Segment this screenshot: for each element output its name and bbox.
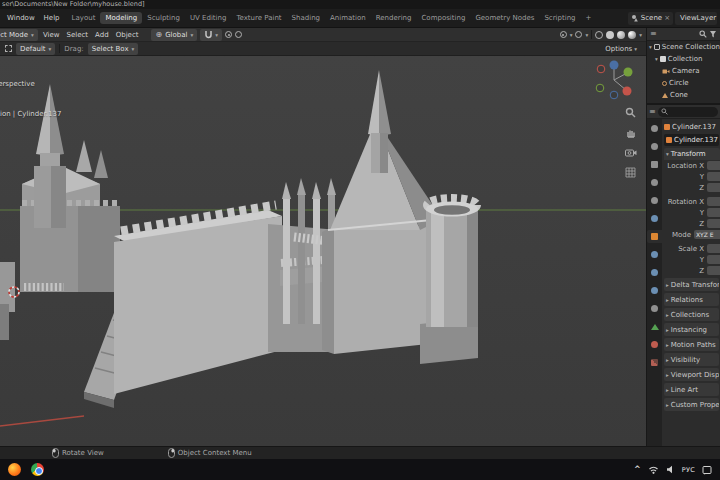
tab-scripting[interactable]: Scripting <box>539 12 580 24</box>
volume-icon[interactable] <box>666 465 675 474</box>
menu-select[interactable]: Select <box>65 31 91 39</box>
properties-search-input[interactable] <box>658 107 718 117</box>
camera-view-icon[interactable] <box>624 146 637 159</box>
chrome-icon[interactable] <box>31 463 44 476</box>
show-overlays-icon[interactable] <box>575 31 582 38</box>
section-visibility[interactable]: Visibility <box>664 353 719 366</box>
transform-orientation-dropdown[interactable]: Global <box>151 29 197 41</box>
chevron-down-icon[interactable] <box>655 55 658 63</box>
object-name-field[interactable]: Cylinder.137 <box>664 134 719 146</box>
tab-modeling[interactable]: Modeling <box>100 12 142 24</box>
shading-material-icon[interactable] <box>617 31 625 39</box>
outliner-row-scene-collection[interactable]: Scene Collection <box>647 41 720 53</box>
tab-view-layer[interactable] <box>647 176 662 189</box>
rotation-mode-dropdown[interactable]: XYZ E <box>694 230 720 239</box>
rotation-y-field[interactable] <box>707 208 720 217</box>
language-indicator[interactable]: РУС <box>682 466 695 474</box>
shading-rendered-icon[interactable] <box>628 31 636 39</box>
section-relations[interactable]: Relations <box>664 293 719 306</box>
tab-layout[interactable]: Layout <box>67 12 101 24</box>
section-viewport-display[interactable]: Viewport Display <box>664 368 719 381</box>
scale-y-field[interactable] <box>707 255 720 264</box>
tab-texture-paint[interactable]: Texture Paint <box>231 12 286 24</box>
tab-physics[interactable] <box>647 284 662 297</box>
show-gizmo-icon[interactable] <box>560 31 567 38</box>
menu-window[interactable]: Window <box>3 14 39 22</box>
outliner-editor-icon[interactable]: ≡ <box>650 30 657 38</box>
tab-sculpting[interactable]: Sculpting <box>142 12 185 24</box>
outliner-row-camera[interactable]: Camera <box>647 65 720 77</box>
filter-icon[interactable] <box>709 30 717 38</box>
toggle-ortho-grid-icon[interactable] <box>624 166 637 179</box>
scale-x-field[interactable] <box>707 244 720 253</box>
outliner-row-circle[interactable]: Circle <box>647 77 720 89</box>
tab-world[interactable] <box>647 212 662 225</box>
tool-preset-dropdown[interactable]: Default <box>16 43 55 55</box>
network-icon[interactable] <box>648 465 659 474</box>
location-z-field[interactable] <box>707 183 720 192</box>
section-delta-transform[interactable]: Delta Transform <box>664 278 719 291</box>
scene-selector[interactable]: Scene <box>628 12 673 25</box>
chevron-down-icon[interactable] <box>649 43 652 51</box>
mode-dropdown[interactable]: Object Mode <box>0 29 38 41</box>
section-motion-paths[interactable]: Motion Paths <box>664 338 719 351</box>
properties-editor-icon[interactable]: ≡ <box>649 108 656 116</box>
menu-object[interactable]: Object <box>114 31 141 39</box>
tab-rendering[interactable]: Rendering <box>371 12 417 24</box>
tab-texture[interactable] <box>647 356 662 369</box>
menu-help[interactable]: Help <box>40 14 64 22</box>
tab-tool[interactable] <box>647 122 662 135</box>
outliner-row-cone[interactable]: Cone <box>647 89 720 101</box>
tab-render[interactable] <box>647 140 662 153</box>
constraints-icon <box>651 305 658 312</box>
action-center-icon[interactable] <box>702 465 712 475</box>
tab-material[interactable] <box>647 338 662 351</box>
menu-view[interactable]: View <box>41 31 62 39</box>
tab-constraints[interactable] <box>647 302 662 315</box>
tab-particles[interactable] <box>647 266 662 279</box>
rotation-z-field[interactable] <box>707 219 720 228</box>
zoom-icon[interactable] <box>624 106 637 119</box>
tab-scene[interactable] <box>647 194 662 207</box>
options-dropdown[interactable]: Options <box>605 45 637 53</box>
tab-compositing[interactable]: Compositing <box>416 12 470 24</box>
section-instancing[interactable]: Instancing <box>664 323 719 336</box>
tab-animation[interactable]: Animation <box>325 12 371 24</box>
tab-shading[interactable]: Shading <box>287 12 325 24</box>
drag-tool-dropdown[interactable]: Select Box <box>88 43 139 55</box>
tray-expand-chevron-icon[interactable]: ^ <box>634 466 641 474</box>
rotation-x-field[interactable] <box>707 197 720 206</box>
pivot-point-icon[interactable] <box>225 31 232 38</box>
viewport-header-right <box>560 30 642 39</box>
section-custom-properties[interactable]: Custom Properties <box>664 398 719 411</box>
navigation-gizmo[interactable] <box>592 58 636 102</box>
section-collections[interactable]: Collections <box>664 308 719 321</box>
tab-object-data[interactable] <box>647 320 662 333</box>
search-icon[interactable] <box>699 30 707 38</box>
proportional-editing-icon[interactable] <box>235 31 242 38</box>
transform-row: ModeXYZ E <box>664 229 720 240</box>
shading-solid-icon[interactable] <box>606 31 614 39</box>
view-layer-selector[interactable]: ViewLayer <box>675 12 717 25</box>
snap-dropdown[interactable] <box>200 29 222 41</box>
shading-wireframe-icon[interactable] <box>595 31 603 39</box>
tab-geometry-nodes[interactable]: Geometry Nodes <box>470 12 539 24</box>
tab-uv-editing[interactable]: UV Editing <box>185 12 232 24</box>
castle-model-scene[interactable] <box>0 56 646 446</box>
transform-panel-header[interactable]: Transform <box>664 148 720 160</box>
scale-z-field[interactable] <box>707 266 720 275</box>
location-x-field[interactable] <box>707 161 720 170</box>
tab-object[interactable] <box>647 230 662 243</box>
castle-model[interactable] <box>20 70 478 408</box>
tab-modifiers[interactable] <box>647 248 662 261</box>
outliner-row-collection[interactable]: Collection <box>647 53 720 65</box>
menu-add[interactable]: Add <box>93 31 111 39</box>
section-line-art[interactable]: Line Art <box>664 383 719 396</box>
firefox-icon[interactable] <box>8 463 21 476</box>
location-y-field[interactable] <box>707 172 720 181</box>
3d-viewport[interactable]: User Perspective Collection | Cylinder.1… <box>0 56 646 446</box>
move-view-hand-icon[interactable] <box>624 126 637 139</box>
unlink-scene-icon[interactable] <box>664 14 670 22</box>
add-workspace-button[interactable]: + <box>581 12 597 24</box>
tab-output[interactable] <box>647 158 662 171</box>
